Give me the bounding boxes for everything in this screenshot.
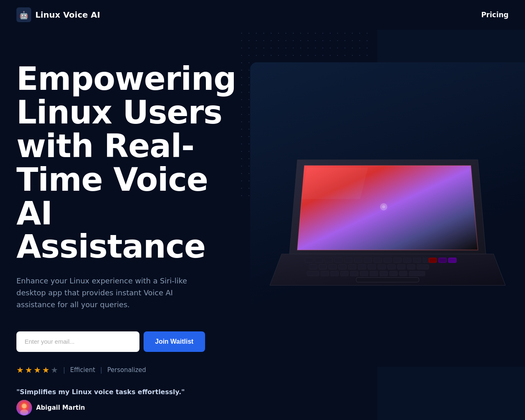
svg-rect-11 [383,258,391,262]
tag-personalized: Personalized [107,366,146,374]
svg-rect-13 [403,258,411,262]
svg-rect-3 [305,258,313,262]
star-rating: ★ ★ ★ ★ ★ [16,365,58,375]
svg-point-44 [382,205,386,208]
svg-rect-9 [364,258,372,262]
svg-rect-20 [348,265,356,269]
review-text: "Simplifies my Linux voice tasks effortl… [16,388,238,396]
svg-rect-27 [417,265,429,269]
svg-rect-19 [338,265,346,269]
cta-row: Join Waitlist [16,331,238,352]
svg-rect-33 [360,271,368,276]
svg-point-1 [22,404,27,409]
reviewer-name: Abigail Martin [36,404,85,411]
navbar: 🤖 Linux Voice AI Pricing [0,0,525,30]
logo-text: Linux Voice AI [35,10,100,20]
svg-rect-36 [390,271,397,276]
svg-rect-18 [329,265,336,269]
laptop-inner [250,62,525,375]
svg-rect-28 [307,271,319,276]
svg-rect-23 [378,265,386,269]
svg-rect-41 [448,258,456,262]
svg-rect-26 [407,265,415,269]
hero-right [238,30,525,420]
avatar [16,400,32,415]
laptop-image [250,62,525,375]
svg-rect-22 [368,265,376,269]
svg-rect-31 [340,271,348,276]
svg-rect-30 [331,271,338,276]
star-1: ★ [16,365,24,375]
svg-rect-14 [413,258,421,262]
star-4: ★ [42,365,50,375]
hero-subtitle: Enhance your Linux experience with a Sir… [16,275,189,310]
star-5: ★ [51,365,58,375]
divider-1: | [63,366,65,374]
svg-rect-12 [393,258,401,262]
svg-rect-38 [409,271,425,276]
svg-rect-21 [358,265,366,269]
svg-rect-10 [374,258,382,262]
panel-bottom-right [377,367,525,420]
svg-rect-34 [370,271,378,276]
star-3: ★ [34,365,41,375]
svg-rect-4 [315,258,323,262]
pricing-nav-link[interactable]: Pricing [481,11,509,19]
email-input[interactable] [16,331,139,352]
svg-rect-32 [350,271,358,276]
star-2: ★ [25,365,32,375]
laptop-svg [250,62,525,375]
logo-area: 🤖 Linux Voice AI [16,7,100,22]
svg-rect-16 [309,265,317,269]
svg-rect-35 [380,271,388,276]
svg-point-2 [20,409,28,415]
svg-rect-7 [345,258,352,262]
svg-rect-25 [397,265,405,269]
svg-rect-8 [354,258,362,262]
svg-rect-42 [356,278,419,282]
svg-rect-17 [319,265,327,269]
svg-rect-6 [335,258,342,262]
join-waitlist-button[interactable]: Join Waitlist [144,331,205,352]
svg-rect-5 [325,258,333,262]
tag-efficient: Efficient [70,366,95,374]
svg-rect-37 [399,271,407,276]
hero-left: Empowering Linux Users with Real-Time Vo… [0,30,238,420]
svg-rect-39 [429,258,437,262]
divider-2: | [100,366,102,374]
logo-icon: 🤖 [16,7,31,22]
hero-title: Empowering Linux Users with Real-Time Vo… [16,62,238,264]
review-block: "Simplifies my Linux voice tasks effortl… [16,388,238,415]
hero-section: Empowering Linux Users with Real-Time Vo… [0,30,525,420]
stars-row: ★ ★ ★ ★ ★ | Efficient | Personalized [16,365,238,375]
svg-rect-24 [388,265,395,269]
svg-rect-40 [438,258,446,262]
svg-rect-29 [321,271,329,276]
reviewer-row: Abigail Martin [16,400,238,415]
